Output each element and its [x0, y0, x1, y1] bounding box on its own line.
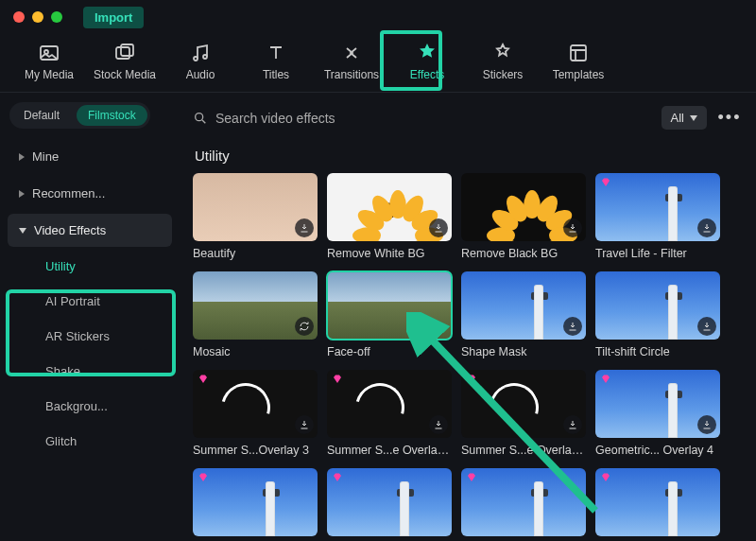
effect-card[interactable]: Shape Mask — [461, 271, 586, 358]
nav-label: My Media — [25, 68, 74, 81]
effect-thumb[interactable] — [595, 468, 720, 536]
svg-rect-3 — [121, 44, 133, 56]
effect-thumb[interactable] — [193, 271, 318, 340]
svg-point-7 — [196, 113, 203, 121]
sidebar-sub-ar-stickers[interactable]: AR Stickers — [8, 320, 172, 353]
chevron-right-icon — [19, 190, 25, 198]
effect-label: Geometric... Overlay 4 — [595, 444, 720, 457]
effect-thumb[interactable] — [461, 370, 586, 438]
titles-icon — [265, 42, 287, 64]
nav-audio[interactable]: Audio — [168, 40, 232, 87]
sidebar-item-mine[interactable]: Mine — [8, 140, 172, 173]
chevron-down-icon — [690, 115, 697, 121]
sidebar-item-label: Video Effects — [34, 223, 106, 237]
sidebar-item-recommend[interactable]: Recommen... — [8, 177, 172, 210]
effect-thumb[interactable] — [193, 173, 318, 241]
effects-toolbar: Search video effects All ••• — [193, 102, 743, 134]
download-icon[interactable] — [429, 415, 448, 434]
effect-thumb[interactable] — [461, 271, 586, 340]
download-icon[interactable] — [563, 317, 582, 336]
premium-diamond-icon — [332, 374, 343, 385]
pill-default[interactable]: Default — [12, 105, 71, 126]
sidebar-sub-glitch[interactable]: Glitch — [8, 425, 172, 458]
effect-card[interactable]: Face-off — [327, 271, 452, 358]
effect-card[interactable] — [193, 468, 318, 541]
download-icon[interactable] — [295, 415, 314, 434]
search-input[interactable]: Search video effects — [193, 111, 652, 126]
download-icon[interactable] — [697, 218, 716, 237]
download-icon[interactable] — [563, 415, 582, 434]
effect-thumb[interactable] — [595, 370, 720, 438]
nav-stock-media[interactable]: Stock Media — [93, 40, 157, 87]
premium-diamond-icon — [600, 177, 611, 188]
premium-diamond-icon — [198, 472, 209, 483]
effect-card[interactable]: Summer S...Overlay 3 — [193, 370, 318, 457]
effect-thumb[interactable] — [193, 370, 318, 438]
download-icon[interactable] — [697, 317, 716, 336]
sidebar-item-video-effects[interactable]: Video Effects — [8, 214, 172, 247]
more-menu-button[interactable]: ••• — [716, 108, 743, 128]
effect-thumb[interactable] — [461, 173, 586, 241]
effect-thumb[interactable] — [193, 468, 318, 536]
stock-media-icon — [113, 42, 136, 64]
effect-card[interactable]: Summer S...e Overlay 1 — [461, 370, 586, 457]
nav-my-media[interactable]: My Media — [17, 40, 81, 87]
nav-label: Templates — [553, 68, 605, 81]
nav-label: Stickers — [483, 68, 524, 81]
search-placeholder: Search video effects — [215, 111, 335, 126]
sidebar-sub-background[interactable]: Backgrou... — [8, 390, 172, 423]
effect-thumb[interactable] — [327, 173, 452, 241]
effect-card[interactable]: Beautify — [193, 173, 318, 260]
pill-filmstock[interactable]: Filmstock — [77, 105, 147, 126]
filter-dropdown[interactable]: All — [662, 106, 707, 130]
nav-effects[interactable]: Effects — [395, 40, 459, 87]
stickers-icon — [491, 42, 514, 64]
effect-card[interactable] — [327, 468, 452, 541]
effect-card[interactable]: Geometric... Overlay 4 — [595, 370, 720, 457]
download-icon[interactable] — [429, 218, 448, 237]
effect-card[interactable]: Mosaic — [193, 271, 318, 358]
effect-card[interactable]: Remove Black BG — [461, 173, 586, 260]
sidebar-sub-ai-portrait[interactable]: AI Portrait — [8, 285, 172, 318]
nav-stickers[interactable]: Stickers — [471, 40, 535, 87]
filter-label: All — [671, 111, 684, 125]
effect-card[interactable] — [461, 468, 586, 541]
import-button[interactable]: Import — [83, 7, 144, 28]
download-icon[interactable] — [295, 218, 314, 237]
nav-label: Audio — [186, 68, 215, 81]
effect-card[interactable]: Remove White BG — [327, 173, 452, 260]
nav-label: Titles — [263, 68, 289, 81]
refresh-icon[interactable] — [295, 317, 314, 336]
window-close-dot[interactable] — [13, 11, 25, 23]
effect-thumb[interactable] — [327, 271, 452, 340]
templates-icon — [567, 42, 590, 64]
sidebar-sub-shake[interactable]: Shake — [8, 355, 172, 388]
effect-thumb[interactable] — [461, 468, 586, 536]
effect-label: Beautify — [193, 247, 318, 260]
effect-card[interactable] — [595, 468, 720, 541]
effect-label: Shape Mask — [461, 345, 586, 358]
premium-diamond-icon — [600, 472, 611, 483]
effect-label: Summer S...e Overlay 1 — [461, 444, 586, 457]
effect-thumb[interactable] — [327, 468, 452, 536]
effect-thumb[interactable] — [595, 271, 720, 340]
effect-thumb[interactable] — [595, 173, 720, 241]
sidebar-source-pills: Default Filmstock — [9, 102, 150, 129]
nav-transitions[interactable]: Transitions — [319, 40, 384, 87]
effect-thumb[interactable] — [327, 370, 452, 438]
effect-card[interactable]: Tilt-shift Circle — [595, 271, 720, 358]
nav-titles[interactable]: Titles — [244, 40, 308, 87]
sidebar-sub-utility[interactable]: Utility — [8, 250, 172, 283]
window-max-dot[interactable] — [51, 11, 62, 23]
download-icon[interactable] — [563, 218, 582, 237]
nav-templates[interactable]: Templates — [546, 40, 610, 87]
download-icon[interactable] — [697, 415, 716, 434]
svg-point-5 — [203, 55, 207, 59]
effect-card[interactable]: Summer S...e Overlay 2 — [327, 370, 452, 457]
nav-label: Transitions — [324, 68, 379, 81]
effect-card[interactable]: Travel Life - Filter — [595, 173, 720, 260]
window-min-dot[interactable] — [32, 11, 43, 23]
effects-icon — [416, 42, 438, 64]
sidebar-item-label: Mine — [32, 149, 59, 164]
section-title: Utility — [195, 148, 743, 164]
